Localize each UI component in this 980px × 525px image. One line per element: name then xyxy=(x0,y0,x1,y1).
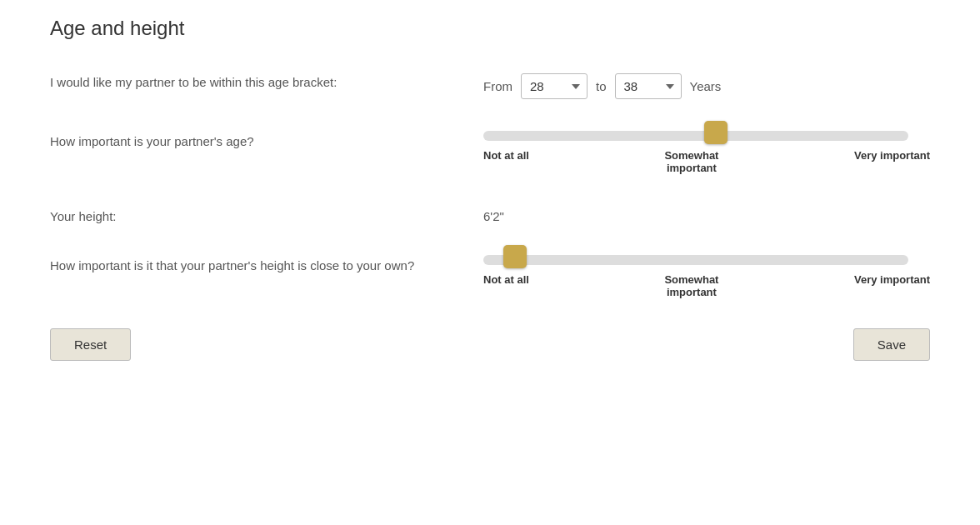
buttons-row: Reset Save xyxy=(50,328,930,361)
age-importance-control: Not at all Somewhatimportant Very import… xyxy=(483,129,930,174)
height-importance-slider[interactable] xyxy=(483,255,908,265)
age-importance-row: How important is your partner's age? Not… xyxy=(50,129,930,174)
age-bracket-control: From 18192021222324252627282930313233343… xyxy=(483,70,930,99)
age-from-select[interactable]: 1819202122232425262728293031323334353637… xyxy=(521,73,588,99)
age-importance-label-not-at-all: Not at all xyxy=(483,149,529,174)
height-importance-labels: Not at all Somewhatimportant Very import… xyxy=(483,273,930,298)
height-importance-row: How important is it that your partner's … xyxy=(50,253,930,298)
height-importance-slider-container xyxy=(483,253,908,263)
height-importance-label-very: Very important xyxy=(854,273,930,298)
height-importance-label: How important is it that your partner's … xyxy=(50,253,483,272)
age-bracket-label: I would like my partner to be within thi… xyxy=(50,70,483,89)
age-importance-label-somewhat: Somewhatimportant xyxy=(664,149,718,174)
age-bracket-row: I would like my partner to be within thi… xyxy=(50,70,930,99)
page-title: Age and height xyxy=(50,17,930,40)
height-value: 6'2" xyxy=(483,204,930,223)
reset-button[interactable]: Reset xyxy=(50,328,131,361)
to-label: to xyxy=(596,79,607,93)
age-importance-slider[interactable] xyxy=(483,131,908,141)
height-label: Your height: xyxy=(50,204,483,223)
age-to-select[interactable]: 1819202122232425262728293031323334353637… xyxy=(615,73,682,99)
age-importance-label: How important is your partner's age? xyxy=(50,129,483,148)
height-importance-control: Not at all Somewhatimportant Very import… xyxy=(483,253,930,298)
height-row: Your height: 6'2" xyxy=(50,204,930,223)
age-importance-slider-container xyxy=(483,129,908,139)
age-importance-label-very: Very important xyxy=(854,149,930,174)
height-importance-label-somewhat: Somewhatimportant xyxy=(664,273,718,298)
age-importance-labels: Not at all Somewhatimportant Very import… xyxy=(483,149,930,174)
from-label: From xyxy=(483,79,512,93)
years-label: Years xyxy=(690,79,722,93)
save-button[interactable]: Save xyxy=(853,328,930,361)
height-importance-label-not-at-all: Not at all xyxy=(483,273,529,298)
